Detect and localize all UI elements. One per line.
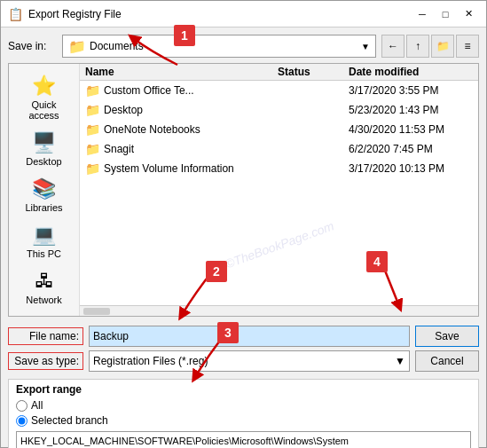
export-range-title: Export range	[16, 383, 471, 396]
horizontal-scrollbar[interactable]	[80, 305, 478, 316]
sidebar-item-desktop[interactable]: 🖥️ Desktop	[13, 128, 75, 170]
file-icon: 📁	[85, 142, 100, 156]
save-as-type-combo[interactable]: Registration Files (*.reg) ▼	[89, 350, 410, 372]
file-date: 4/30/2020 11:53 PM	[349, 123, 473, 136]
up-button[interactable]: ↑	[406, 35, 429, 58]
file-name: System Volume Information	[104, 162, 271, 175]
selected-branch-label: Selected branch	[31, 414, 108, 427]
all-radio-label: All	[31, 399, 43, 412]
save-in-row: Save in: 📁 Documents ▼ ← ↑ 📁 ≡	[8, 35, 479, 58]
file-name: Custom Office Te...	[104, 84, 271, 97]
views-button[interactable]: ≡	[456, 35, 479, 58]
table-row[interactable]: 📁 System Volume Information 3/17/2020 10…	[80, 159, 478, 178]
sidebar-label-this-pc: This PC	[27, 248, 61, 259]
title-bar: 📋 Export Registry File ─ □ ✕	[1, 1, 486, 28]
file-icon: 📁	[85, 103, 100, 117]
quick-access-icon: ⭐	[32, 75, 56, 98]
maximize-button[interactable]: □	[435, 5, 456, 23]
cancel-button[interactable]: Cancel	[415, 350, 479, 372]
save-as-type-label: Save as type:	[8, 352, 83, 370]
create-folder-button[interactable]: 📁	[431, 35, 454, 58]
col-header-date: Date modified	[349, 66, 473, 78]
file-icon: 📁	[85, 83, 100, 98]
bottom-form: File name: Save as type: Registration Fi…	[8, 326, 479, 372]
all-radio-row: All	[16, 399, 471, 412]
file-name: Snagit	[104, 143, 271, 155]
close-button[interactable]: ✕	[458, 5, 479, 23]
table-row[interactable]: 📁 Desktop 5/23/2020 1:43 PM	[80, 100, 478, 120]
network-icon: 🖧	[35, 270, 54, 293]
table-row[interactable]: 📁 Custom Office Te... 3/17/2020 3:55 PM	[80, 81, 478, 100]
bottom-controls: File name: Save as type: Registration Fi…	[8, 322, 479, 372]
toolbar-buttons: ← ↑ 📁 ≡	[381, 35, 479, 58]
save-in-label: Save in:	[8, 40, 57, 52]
file-date: 3/17/2020 10:13 PM	[349, 162, 473, 175]
libraries-icon: 📚	[32, 177, 56, 200]
file-icon: 📁	[85, 161, 100, 176]
file-icon: 📁	[85, 122, 100, 137]
window-title: Export Registry File	[28, 8, 122, 20]
file-name: Desktop	[104, 104, 271, 116]
action-buttons: Save Cancel	[415, 326, 479, 372]
table-row[interactable]: 📁 Snagit 6/2/2020 7:45 PM	[80, 139, 478, 159]
folder-icon: 📁	[68, 38, 86, 55]
sidebar-item-libraries[interactable]: 📚 Libraries	[13, 174, 75, 216]
watermark: ©TheBookPage.com	[223, 218, 335, 271]
file-date: 5/23/2020 1:43 PM	[349, 104, 473, 116]
selected-branch-radio[interactable]	[16, 415, 27, 427]
combo-arrow-icon: ▼	[361, 42, 370, 51]
all-radio[interactable]	[16, 400, 27, 412]
col-header-name: Name	[85, 66, 278, 78]
sidebar-label-network: Network	[26, 295, 61, 305]
this-pc-icon: 💻	[32, 224, 56, 247]
minimize-button[interactable]: ─	[412, 5, 433, 23]
sidebar-label-desktop: Desktop	[26, 156, 61, 167]
file-name-label: File name:	[8, 327, 83, 345]
savetype-row: Save as type: Registration Files (*.reg)…	[8, 350, 410, 372]
table-row[interactable]: 📁 OneNote Notebooks 4/30/2020 11:53 PM	[80, 120, 478, 139]
sidebar-item-network[interactable]: 🖧 Network	[13, 266, 75, 309]
col-header-status: Status	[278, 66, 349, 78]
sidebar-label-quick-access: Quick access	[17, 99, 72, 121]
save-button[interactable]: Save	[415, 326, 479, 347]
selected-radio-row: Selected branch	[16, 414, 471, 427]
file-list-header: Name Status Date modified	[80, 64, 478, 81]
filename-row: File name:	[8, 326, 410, 347]
save-in-value: Documents	[90, 40, 357, 52]
file-browser: ⭐ Quick access 🖥️ Desktop 📚 Libraries 💻 …	[8, 63, 479, 317]
savetype-arrow-icon: ▼	[395, 355, 405, 367]
file-date: 6/2/2020 7:45 PM	[349, 143, 473, 155]
sidebar: ⭐ Quick access 🖥️ Desktop 📚 Libraries 💻 …	[9, 64, 80, 316]
file-list-area: Name Status Date modified 📁 Custom Offic…	[80, 64, 478, 316]
save-in-combo[interactable]: 📁 Documents ▼	[62, 35, 376, 58]
desktop-icon: 🖥️	[32, 131, 56, 154]
window-icon: 📋	[8, 7, 23, 21]
sidebar-item-quick-access[interactable]: ⭐ Quick access	[13, 71, 75, 124]
export-range: Export range All Selected branch	[8, 379, 479, 448]
file-name: OneNote Notebooks	[104, 123, 271, 136]
save-as-type-value: Registration Files (*.reg)	[93, 355, 391, 367]
sidebar-label-libraries: Libraries	[25, 202, 62, 213]
file-date: 3/17/2020 3:55 PM	[349, 84, 473, 97]
back-button[interactable]: ←	[381, 35, 405, 58]
file-name-input[interactable]	[89, 326, 410, 347]
file-list: 📁 Custom Office Te... 3/17/2020 3:55 PM …	[80, 81, 478, 305]
bottom-fields: File name: Save as type: Registration Fi…	[8, 326, 410, 372]
selected-branch-input[interactable]	[16, 431, 471, 448]
sidebar-item-this-pc[interactable]: 💻 This PC	[13, 220, 75, 263]
